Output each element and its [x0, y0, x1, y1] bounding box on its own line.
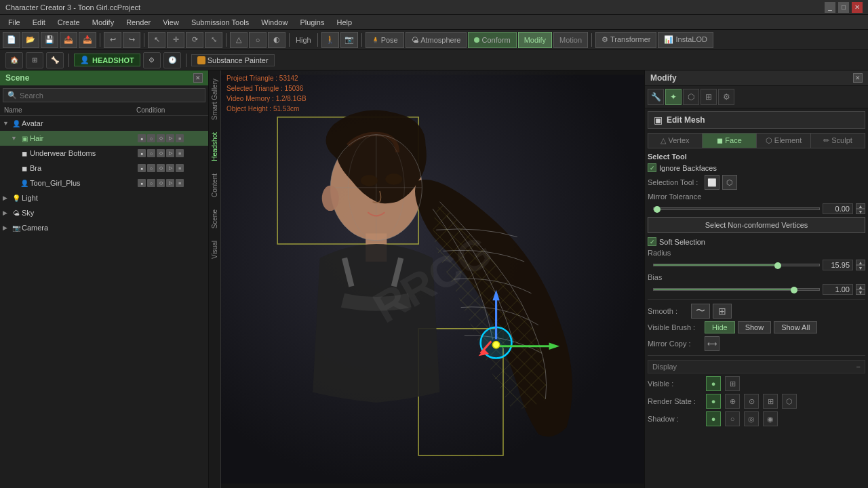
- transformer-button[interactable]: ⚙ Transformer: [595, 32, 656, 48]
- rotate-button[interactable]: ⟳: [186, 32, 203, 48]
- headshot-button[interactable]: 👤 HEADSHOT: [74, 54, 140, 66]
- radius-down[interactable]: ▼: [856, 265, 865, 270]
- bias-thumb[interactable]: [791, 287, 797, 293]
- select-button[interactable]: ↖: [148, 32, 165, 48]
- uw-cond-5[interactable]: ≡: [176, 149, 184, 157]
- side-tab-visual[interactable]: Visual: [210, 235, 220, 264]
- rt-icon-3[interactable]: ⬡: [683, 89, 699, 105]
- walk-button[interactable]: 🚶: [321, 32, 339, 48]
- shadow-btn-1[interactable]: ●: [706, 411, 721, 426]
- scene-btn[interactable]: 🏠: [5, 52, 23, 68]
- move-button[interactable]: ✛: [167, 32, 184, 48]
- motion-button[interactable]: Motion: [553, 32, 588, 48]
- minimize-button[interactable]: _: [825, 2, 835, 13]
- tree-item-underwear[interactable]: ◼ Underwear Bottoms ● ○ ◇ ▷ ≡: [0, 146, 208, 161]
- shadow-btn-3[interactable]: ◎: [744, 411, 759, 426]
- bra-cond-2[interactable]: ○: [147, 164, 155, 172]
- menu-help[interactable]: Help: [331, 17, 357, 28]
- tree-item-avatar[interactable]: ▼ 👤 Avatar: [0, 116, 208, 131]
- uw-cond-1[interactable]: ●: [138, 149, 146, 157]
- tree-item-hair[interactable]: ▼ ▣ Hair ● ○ ◇ ▷ ≡: [0, 131, 208, 146]
- render-button[interactable]: ◐: [268, 32, 285, 48]
- visible-on-btn[interactable]: ●: [706, 376, 721, 391]
- side-tab-scene[interactable]: Scene: [210, 204, 220, 234]
- character-3d[interactable]: [221, 70, 644, 488]
- tree-item-light[interactable]: ▶ 💡 Light: [0, 190, 208, 205]
- select-nonconformed-button[interactable]: Select Non-conformed Vertices: [648, 217, 865, 233]
- poly-button[interactable]: △: [230, 32, 248, 48]
- import-button[interactable]: 📥: [79, 32, 96, 48]
- side-tab-smart-gallery[interactable]: Smart Gallery: [210, 73, 220, 125]
- rs-btn-2[interactable]: ⊕: [725, 394, 740, 409]
- selection-tool-btn1[interactable]: ⬜: [705, 175, 719, 190]
- bone-btn[interactable]: 🦴: [46, 52, 64, 68]
- viewport[interactable]: Project Triangle : 53142 Selected Triang…: [221, 70, 644, 488]
- bra-cond-3[interactable]: ◇: [157, 164, 165, 172]
- rs-btn-3[interactable]: ⊙: [744, 394, 759, 409]
- close-button[interactable]: ✕: [852, 2, 863, 13]
- maximize-button[interactable]: □: [838, 2, 849, 13]
- headshot-settings-btn[interactable]: ⚙: [143, 52, 161, 68]
- visible-brush-hide-btn[interactable]: Hide: [705, 321, 735, 333]
- uw-cond-3[interactable]: ◇: [157, 149, 165, 157]
- tg-cond-2[interactable]: ○: [147, 179, 155, 187]
- export-button[interactable]: 📤: [60, 32, 77, 48]
- bias-down[interactable]: ▼: [856, 289, 865, 295]
- menu-view[interactable]: View: [157, 17, 184, 28]
- mirror-tolerance-up[interactable]: ▲: [856, 203, 865, 209]
- mirror-tolerance-track[interactable]: [653, 207, 820, 210]
- tg-cond-5[interactable]: ≡: [176, 179, 184, 187]
- bias-up[interactable]: ▲: [856, 284, 865, 289]
- modify-close-button[interactable]: ✕: [853, 73, 863, 83]
- instalod-button[interactable]: 📊 InstaLOD: [658, 32, 713, 48]
- modify-button[interactable]: Modify: [518, 32, 552, 48]
- menu-window[interactable]: Window: [256, 17, 293, 28]
- radius-up[interactable]: ▲: [856, 260, 865, 265]
- search-input[interactable]: [20, 92, 201, 100]
- bra-cond-5[interactable]: ≡: [176, 164, 184, 172]
- tab-element[interactable]: ⬡ Element: [757, 134, 811, 148]
- rt-icon-1[interactable]: 🔧: [648, 89, 664, 105]
- rs-btn-4[interactable]: ⊞: [763, 394, 778, 409]
- open-button[interactable]: 📂: [22, 32, 39, 48]
- grid-btn[interactable]: ⊞: [26, 52, 43, 68]
- rt-icon-settings[interactable]: ⚙: [718, 89, 734, 105]
- cond-icon-5[interactable]: ≡: [176, 134, 184, 142]
- menu-file[interactable]: File: [3, 17, 26, 28]
- radius-value[interactable]: 15.95: [823, 260, 853, 270]
- cond-icon-2[interactable]: ○: [147, 134, 155, 142]
- visible-brush-showall-btn[interactable]: Show All: [774, 321, 817, 333]
- radius-track[interactable]: [653, 264, 820, 266]
- ignore-backfaces-checkbox[interactable]: ✓: [648, 163, 656, 172]
- smooth-btn-1[interactable]: 〜: [691, 304, 710, 319]
- bias-track[interactable]: [653, 288, 820, 291]
- save-button[interactable]: 💾: [41, 32, 58, 48]
- scene-close-button[interactable]: ✕: [193, 73, 203, 83]
- visible-extra-btn[interactable]: ⊞: [725, 376, 740, 391]
- menu-modify[interactable]: Modify: [87, 17, 119, 28]
- window-controls[interactable]: _ □ ✕: [825, 2, 863, 13]
- sphere-button[interactable]: ○: [249, 32, 267, 48]
- rt-icon-2[interactable]: ✦: [665, 89, 682, 105]
- camera-btn[interactable]: 📷: [340, 32, 358, 48]
- pose-button[interactable]: 🧍Pose: [366, 32, 404, 48]
- tg-cond-3[interactable]: ◇: [157, 179, 165, 187]
- conform-button[interactable]: Conform: [468, 32, 516, 48]
- menu-plugins[interactable]: Plugins: [294, 17, 330, 28]
- cond-icon-3[interactable]: ◇: [157, 134, 165, 142]
- soft-selection-checkbox[interactable]: ✓: [648, 237, 656, 246]
- tree-item-toongirl[interactable]: 👤 Toon_Girl_Plus ● ○ ◇ ▷ ≡: [0, 176, 208, 190]
- headshot-history-btn[interactable]: 🕐: [163, 52, 181, 68]
- tab-vertex[interactable]: △ Vertex: [648, 134, 703, 148]
- menu-submission-tools[interactable]: Submission Tools: [186, 17, 254, 28]
- tg-cond-1[interactable]: ●: [138, 179, 146, 187]
- menu-edit[interactable]: Edit: [27, 17, 51, 28]
- mirror-copy-btn[interactable]: ⟷: [705, 336, 719, 351]
- mirror-tolerance-down[interactable]: ▼: [856, 209, 865, 214]
- shadow-btn-2[interactable]: ○: [725, 411, 740, 426]
- bias-value[interactable]: 1.00: [823, 284, 853, 295]
- mirror-tolerance-value[interactable]: 0.00: [823, 203, 853, 214]
- cond-icon-4[interactable]: ▷: [166, 134, 174, 142]
- rs-btn-1[interactable]: ●: [706, 394, 721, 409]
- undo-button[interactable]: ↩: [104, 32, 121, 48]
